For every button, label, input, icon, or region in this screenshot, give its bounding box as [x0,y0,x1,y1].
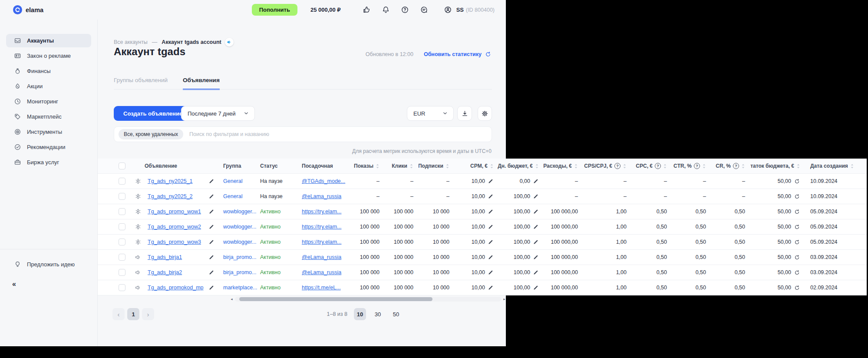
edit-cpm-icon[interactable] [488,254,494,260]
edit-cpm-icon[interactable] [488,178,494,184]
row-checkbox[interactable] [119,284,125,291]
pagination-prev-button[interactable]: ‹ [112,308,125,320]
refill-budget-icon[interactable] [794,224,800,230]
sidebar-item-finance[interactable]: Финансы [6,64,91,78]
breadcrumb-all-accounts-link[interactable]: Все аккаунты [114,39,148,45]
tab-ad-groups[interactable]: Группы объявлений [114,77,168,90]
column-header-budget_left[interactable]: Остаток бюджета, € [750,159,804,173]
thumbs-up-icon[interactable] [363,6,371,14]
group-link[interactable]: wowblogger... [223,224,256,230]
column-header-daily_budget[interactable]: Дн. бюджет, € [497,159,542,173]
user-avatar-icon[interactable] [444,6,452,14]
sidebar-item-tools[interactable]: Инструменты [6,125,91,139]
group-link[interactable]: marketplace... [223,285,257,291]
sort-icon[interactable] [446,163,449,169]
ad-name-link[interactable]: Tg_ads_birja1 [148,254,182,260]
edit-cpm-icon[interactable] [488,285,494,291]
edit-cpm-icon[interactable] [488,269,494,275]
refill-budget-icon[interactable] [794,285,800,291]
period-select[interactable]: Последние 7 дней [181,106,255,121]
edit-daily-budget-icon[interactable] [533,239,539,245]
edit-daily-budget-icon[interactable] [533,209,539,215]
landing-link[interactable]: @eLama_russia [302,193,341,199]
sort-icon[interactable] [574,163,578,169]
edit-name-icon[interactable] [208,224,215,230]
refill-budget-icon[interactable] [794,254,800,261]
help-icon[interactable]: ? [694,163,700,169]
column-header-cpc[interactable]: CPC, €? [632,159,672,173]
row-checkbox[interactable] [119,254,125,261]
row-checkbox[interactable] [119,208,125,215]
refill-budget-icon[interactable] [794,269,800,276]
elama-logo-icon[interactable] [13,5,22,14]
landing-link[interactable]: https://try.elam... [302,239,341,245]
ad-name-link[interactable]: Tg_ads_promo_wow1 [148,209,201,215]
landing-link[interactable]: https://t.me/eL... [302,285,341,291]
pagination-page-1[interactable]: 1 [127,308,139,320]
column-header-ctr[interactable]: CTR, %? [672,159,711,173]
filter-chip[interactable]: Все, кроме удаленных [119,129,183,139]
edit-name-icon[interactable] [208,193,215,199]
sort-icon[interactable] [409,163,413,169]
edit-daily-budget-icon[interactable] [533,224,539,230]
sidebar-item-services-exchange[interactable]: Биржа услуг [6,156,91,169]
refresh-icon[interactable] [485,51,492,58]
column-header-cpm[interactable]: CPM, € [455,159,497,173]
scroll-left-icon[interactable]: ◄ [230,296,233,302]
ad-name-link[interactable]: Tg_ads_ny2025_1 [148,178,193,184]
chat-icon[interactable] [420,6,428,14]
table-settings-button[interactable] [478,106,492,121]
brand-name[interactable]: elama [26,7,43,13]
ad-name-link[interactable]: Tg_ads_promokod_mp [148,285,204,291]
ad-name-link[interactable]: Tg_ads_promo_wow3 [148,239,201,245]
user-menu[interactable]: SS (ID 800400) [444,6,495,14]
collapse-sidebar-button[interactable]: « [12,280,16,288]
search-input[interactable] [188,131,487,138]
help-icon[interactable]: ? [655,163,661,169]
row-checkbox[interactable] [119,193,125,200]
group-link[interactable]: birja_promo... [223,254,256,260]
column-header-subscriptions[interactable]: Подписки [419,159,455,173]
sidebar-item-monitoring[interactable]: Мониторинг [6,95,91,108]
sort-icon[interactable] [850,163,854,169]
sort-icon[interactable] [376,163,380,169]
page-size-50[interactable]: 50 [390,308,402,320]
row-checkbox[interactable] [119,178,125,185]
edit-cpm-icon[interactable] [488,224,494,230]
tab-ads[interactable]: Объявления [183,77,220,90]
refresh-statistics-link[interactable]: Обновить статистику [424,51,482,57]
edit-name-icon[interactable] [208,178,215,184]
create-ad-button[interactable]: Создать объявление [114,106,192,121]
row-checkbox[interactable] [119,269,125,276]
refill-budget-icon[interactable] [794,193,800,200]
sidebar-item-marketplace[interactable]: Маркетплейс [6,110,91,123]
group-link[interactable]: wowblogger... [223,209,256,215]
edit-daily-budget-icon[interactable] [533,269,539,275]
group-link[interactable]: wowblogger... [223,239,256,245]
edit-cpm-icon[interactable] [488,209,494,215]
page-size-30[interactable]: 30 [372,308,384,320]
pagination-next-button[interactable]: › [142,308,154,320]
edit-daily-budget-icon[interactable] [533,193,539,199]
edit-name-icon[interactable] [208,239,215,245]
edit-name-icon[interactable] [208,269,215,275]
edit-daily-budget-icon[interactable] [533,285,539,291]
edit-name-icon[interactable] [208,209,215,215]
column-header-cps_cpj[interactable]: CPS/CPJ, €? [583,159,632,173]
sort-icon[interactable] [490,163,494,169]
column-header-created[interactable]: Дата создания [804,159,865,173]
edit-name-icon[interactable] [208,254,215,260]
column-header-spend[interactable]: Расходы, € [542,159,583,173]
column-header-impressions[interactable]: Показы [352,159,385,173]
sidebar-item-promos[interactable]: Акции [6,80,91,93]
sort-icon[interactable] [741,163,745,169]
refill-budget-icon[interactable] [794,239,800,245]
landing-link[interactable]: https://try.elam... [302,224,341,230]
currency-select[interactable]: EUR [407,106,454,121]
scroll-right-icon[interactable]: ► [503,296,506,302]
sidebar-item-recommendations[interactable]: Рекомендации [6,140,91,154]
help-icon[interactable] [401,6,409,14]
sort-icon[interactable] [623,163,627,169]
sidebar-item-accounts[interactable]: Аккаунты [6,34,91,47]
edit-cpm-icon[interactable] [488,239,494,245]
